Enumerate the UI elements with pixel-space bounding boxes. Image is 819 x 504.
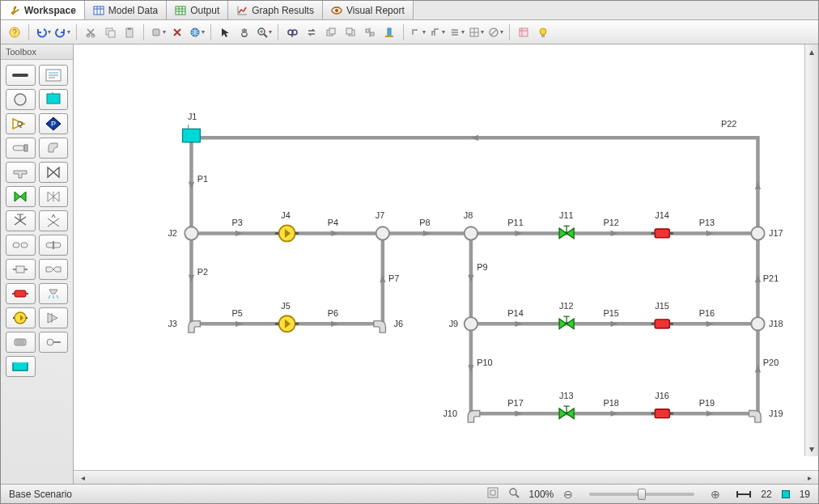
wrench-icon [9,5,20,16]
tool-relief[interactable] [39,210,69,231]
find-icon[interactable] [283,23,301,41]
tool-reservoir[interactable] [39,89,69,110]
fit-icon[interactable] [487,487,499,501]
tool-valve[interactable] [39,162,69,183]
junction-J9[interactable]: J9 [449,317,477,330]
redo-button[interactable] [53,23,71,41]
junction-J17[interactable]: J17 [751,227,783,239]
junction-J6[interactable]: J6 [374,319,403,332]
pointer-icon[interactable] [216,23,234,41]
junction-J7[interactable]: J7 [376,210,389,239]
junction-J19[interactable]: J19 [749,409,783,422]
tool-tee[interactable] [6,162,36,183]
pipe-label-P6: P6 [328,308,338,318]
zoom-thumb[interactable] [638,489,646,500]
svg-rect-11 [128,28,131,30]
tab-model-data[interactable]: Model Data [85,1,167,19]
pipe-label-P20: P20 [763,358,779,367]
undo-button[interactable] [34,23,52,41]
rotate-icon[interactable] [409,23,426,41]
junction-label-J19: J19 [769,409,783,418]
delete-button[interactable] [149,23,167,41]
grid-icon[interactable] [467,23,485,41]
junction-J15[interactable]: J15 [651,301,673,328]
svg-rect-26 [371,32,374,36]
scroll-down-icon[interactable]: ▾ [809,443,814,455]
pan-icon[interactable] [236,23,253,41]
disable-icon[interactable] [486,23,504,41]
workspace-canvas[interactable]: J1J2J3J4J5J6J7J8J9J10J11J12J13J14J15J16J… [74,44,818,470]
layer-icon[interactable] [322,23,340,41]
scale-icon[interactable] [428,23,446,41]
tool-area[interactable] [6,235,36,256]
tool-assigned-flow[interactable]: Q [6,113,36,134]
junction-J3[interactable]: J3 [168,319,200,332]
tool-deadend[interactable] [6,138,36,159]
layer2-icon[interactable] [342,23,359,41]
close-icon[interactable] [168,23,186,41]
tool-separator[interactable] [39,332,69,353]
zoom-out-button[interactable]: ⊖ [563,488,573,501]
junction-J14[interactable]: J14 [651,210,673,238]
tool-orifice[interactable] [39,235,69,256]
tool-branch[interactable] [6,89,36,110]
vertical-scrollbar[interactable]: ▴ ▾ [804,44,818,456]
tab-output[interactable]: Output [167,1,228,19]
sep [210,24,211,40]
junction-J4[interactable]: J4 [275,210,299,241]
junction-J5[interactable]: J5 [275,301,299,332]
tool-heatex[interactable] [6,283,36,304]
scroll-right-icon[interactable]: ▸ [804,473,815,482]
scroll-up-icon[interactable]: ▴ [809,46,814,57]
horizontal-scrollbar[interactable]: ◂ ▸ [74,470,818,484]
tab-workspace[interactable]: Workspace [1,1,85,19]
junction-J1[interactable]: J1 [183,112,201,142]
junction-J10[interactable]: J10 [443,409,479,422]
tool-spray[interactable] [39,283,69,304]
zoom-in-button[interactable]: ⊕ [711,488,720,501]
tool-venturi[interactable] [39,259,69,280]
junction-label-J4: J4 [281,210,291,220]
svg-point-75 [376,227,389,239]
globe-icon[interactable] [188,23,206,41]
tool-pump[interactable] [6,307,36,328]
tool-threeway[interactable] [6,210,36,231]
junction-J18[interactable]: J18 [751,317,783,330]
junction-count-icon [782,489,790,500]
tool-elbow[interactable] [39,138,69,159]
pipe-label-P14: P14 [507,308,523,318]
tab-visual-report[interactable]: Visual Report [323,1,414,19]
swap-icon[interactable] [303,23,320,41]
tool-compressor[interactable] [39,307,69,328]
junction-J8[interactable]: J8 [464,210,477,239]
tool-annotation[interactable] [39,65,69,86]
zoom-slider[interactable] [589,493,694,496]
tool-assigned-pressure[interactable]: P [39,113,69,134]
copy-icon[interactable] [101,23,119,41]
align-icon[interactable] [361,23,379,41]
tool-control-valve[interactable] [6,186,36,207]
pipe-label-P11: P11 [507,218,523,227]
eye-icon [331,5,342,16]
bulb-icon[interactable] [534,23,552,41]
junction-J16[interactable]: J16 [651,391,673,418]
help-icon[interactable]: ? [6,23,23,41]
zoom-icon[interactable] [255,23,273,41]
scroll-left-icon[interactable]: ◂ [77,473,88,482]
props-icon[interactable] [515,23,533,41]
cut-icon[interactable] [82,23,100,41]
svg-rect-53 [16,266,24,273]
tool-tank-open[interactable] [6,356,36,377]
junction-J2[interactable]: J2 [168,227,197,239]
svg-point-94 [751,317,764,330]
tool-screen[interactable] [6,259,36,280]
tool-pipe[interactable] [6,65,36,86]
tool-general[interactable] [6,332,36,353]
list-icon[interactable] [448,23,465,41]
pipe-P22[interactable] [191,138,757,233]
tool-check-valve[interactable] [39,186,69,207]
tab-graph-results[interactable]: Graph Results [228,1,323,19]
paste-icon[interactable] [121,23,138,41]
wizard-icon[interactable] [380,23,398,41]
pipe-label-P9: P9 [477,262,487,272]
